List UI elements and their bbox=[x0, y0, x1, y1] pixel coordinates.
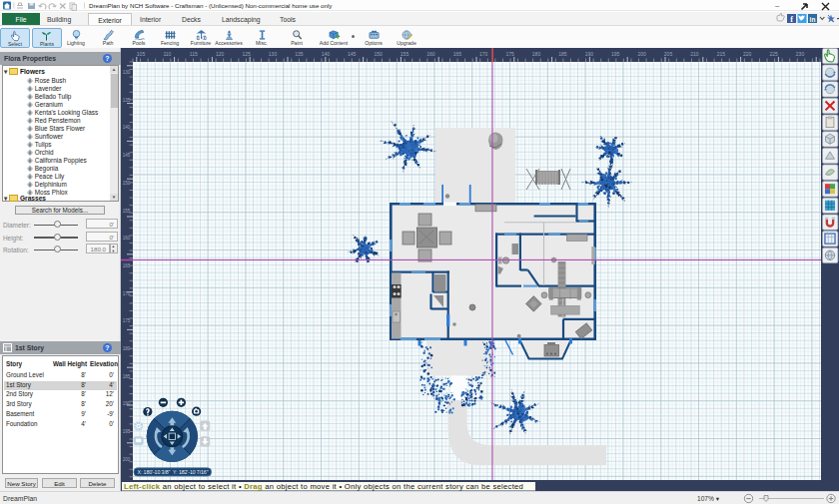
svg-text:165: 165 bbox=[453, 51, 462, 57]
svg-text:135: 135 bbox=[295, 51, 304, 57]
svg-text:X: 180'-10 3/8" Y: 182'-10 7/: X: 180'-10 3/8" Y: 182'-10 7/16" bbox=[138, 469, 209, 475]
svg-text:180: 180 bbox=[123, 346, 131, 351]
svg-text:150: 150 bbox=[374, 51, 383, 57]
svg-text:215: 215 bbox=[717, 51, 726, 57]
svg-text:170: 170 bbox=[479, 51, 488, 57]
svg-text:140: 140 bbox=[123, 125, 131, 130]
svg-text:200: 200 bbox=[123, 457, 131, 462]
svg-text:180: 180 bbox=[532, 51, 541, 57]
svg-text:190: 190 bbox=[123, 401, 131, 406]
svg-text:120: 120 bbox=[216, 51, 225, 57]
svg-text:105: 105 bbox=[137, 51, 146, 57]
svg-text:125: 125 bbox=[242, 51, 251, 57]
svg-text:130: 130 bbox=[269, 51, 278, 57]
svg-text:155: 155 bbox=[401, 51, 410, 57]
svg-text:in: in bbox=[810, 16, 816, 23]
svg-text:190: 190 bbox=[585, 51, 594, 57]
svg-text:230: 230 bbox=[796, 51, 805, 57]
svg-text:200: 200 bbox=[637, 51, 646, 57]
svg-text:150: 150 bbox=[123, 181, 131, 186]
svg-text:210: 210 bbox=[690, 51, 699, 57]
svg-text:110: 110 bbox=[163, 51, 171, 57]
svg-text:165: 165 bbox=[123, 263, 131, 268]
svg-text:155: 155 bbox=[123, 209, 131, 214]
svg-text:145: 145 bbox=[348, 51, 357, 57]
svg-text:f: f bbox=[790, 15, 793, 24]
svg-text:185: 185 bbox=[123, 374, 131, 379]
svg-text:185: 185 bbox=[558, 51, 567, 57]
svg-text:160: 160 bbox=[123, 236, 131, 241]
svg-text:175: 175 bbox=[505, 51, 514, 57]
svg-text:145: 145 bbox=[123, 153, 131, 158]
svg-text:130: 130 bbox=[123, 70, 131, 75]
svg-text:225: 225 bbox=[769, 51, 778, 57]
svg-text:135: 135 bbox=[123, 98, 131, 103]
svg-text:220: 220 bbox=[743, 51, 752, 57]
svg-text:175: 175 bbox=[123, 318, 131, 323]
svg-text:115: 115 bbox=[190, 51, 198, 57]
svg-text:170: 170 bbox=[123, 291, 131, 296]
svg-text:195: 195 bbox=[123, 429, 131, 434]
svg-text:160: 160 bbox=[426, 51, 435, 57]
svg-text:195: 195 bbox=[611, 51, 620, 57]
svg-text:205: 205 bbox=[664, 51, 673, 57]
svg-text:140: 140 bbox=[322, 51, 331, 57]
